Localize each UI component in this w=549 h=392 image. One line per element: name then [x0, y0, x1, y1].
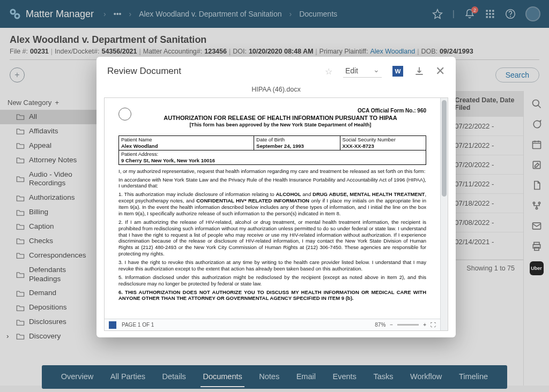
zoom-in-icon[interactable]: +: [423, 322, 426, 328]
document-viewer: OCA Official Form No.: 960 AUTHORIZATION…: [104, 97, 448, 331]
zoom-out-icon[interactable]: −: [390, 322, 393, 328]
document-filename: HIPAA (46).docx: [97, 84, 456, 97]
close-icon[interactable]: ✕: [435, 64, 445, 78]
download-icon[interactable]: [414, 66, 425, 77]
review-document-modal: Review Document ☆ Edit W ✕ HIPAA (46).do…: [97, 57, 456, 337]
edit-dropdown[interactable]: Edit: [343, 65, 382, 78]
page-indicator: PAGE 1 OF 1: [122, 322, 154, 328]
modal-title: Review Document: [107, 66, 181, 77]
document-page: OCA Official Form No.: 960 AUTHORIZATION…: [105, 98, 440, 330]
svg-text:W: W: [395, 67, 400, 74]
word-icon: [109, 321, 116, 329]
zoom-slider[interactable]: [397, 324, 419, 326]
zoom-level: 87%: [375, 322, 385, 328]
star-icon[interactable]: ☆: [325, 66, 332, 77]
state-seal-icon: [118, 108, 131, 120]
viewer-status-bar: PAGE 1 OF 1 87% − + ⛶: [105, 319, 440, 330]
word-icon[interactable]: W: [392, 66, 403, 77]
fullscreen-icon[interactable]: ⛶: [431, 322, 436, 328]
scrollbar[interactable]: [440, 98, 448, 330]
